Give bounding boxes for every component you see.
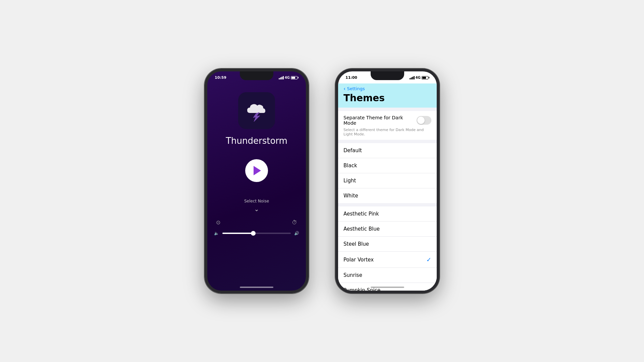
play-icon [254, 166, 261, 175]
theme-name-aesthetic-pink: Aesthetic Pink [343, 211, 379, 217]
theme-name-white: White [343, 193, 358, 199]
themes-header: ‹ Settings Themes [338, 83, 437, 108]
home-indicator-left [240, 287, 273, 288]
list-item[interactable]: Default [338, 143, 437, 158]
volume-slider: 🔈 🔊 [207, 231, 306, 236]
theme-name-aesthetic-blue: Aesthetic Blue [343, 226, 380, 232]
back-label: Settings [347, 86, 365, 91]
app-icon [238, 92, 275, 129]
vol-up-button-right[interactable] [335, 115, 336, 127]
list-item[interactable]: Aesthetic Blue [338, 222, 437, 237]
phone-right: 11:00 4G ‹ Settings Themes [335, 69, 439, 293]
dark-mode-label: Separate Theme for Dark Mode [343, 115, 417, 126]
app-content: Thunderstorm Select Noise ⌄ ⊙ ⏱ 🔈 🔊 [207, 71, 306, 291]
back-button[interactable]: ‹ Settings [343, 85, 431, 92]
time-right: 11:00 [345, 75, 357, 80]
airplay-icon[interactable]: ⊙ [216, 219, 220, 226]
list-item[interactable]: Light [338, 173, 437, 188]
volume-thumb[interactable] [251, 231, 256, 236]
signal-icon [279, 76, 284, 79]
themes-list: Separate Theme for Dark Mode Select a di… [338, 108, 437, 291]
volume-track[interactable] [222, 233, 291, 234]
battery-icon-right [422, 76, 429, 79]
phone-left: 10:59 4G Thunderstorm [205, 69, 309, 293]
status-bar-right: 11:00 4G [338, 75, 437, 80]
section-separator-1 [338, 140, 437, 143]
theme-name-default: Default [343, 147, 362, 154]
status-bar-left: 10:59 4G [207, 75, 306, 80]
theme-name-steel-blue: Steel Blue [343, 241, 369, 247]
settings-themes-screen: ‹ Settings Themes Separate Theme for Dar… [338, 71, 437, 291]
vol-down-button-right[interactable] [335, 131, 336, 143]
dark-mode-row: Separate Theme for Dark Mode [338, 111, 437, 127]
thunderstorm-icon [243, 99, 270, 122]
theme-name-polar-vortex: Polar Vortex [343, 257, 374, 263]
chevron-down-icon[interactable]: ⌄ [254, 205, 259, 213]
list-item[interactable]: Sunrise [338, 268, 437, 283]
time-left: 10:59 [215, 75, 226, 80]
side-controls: ⊙ ⏱ [207, 219, 306, 226]
network-right: 4G [416, 76, 421, 79]
vol-down-button[interactable] [205, 131, 206, 143]
dark-mode-hint: Select a different theme for Dark Mode a… [338, 127, 437, 140]
checkmark-icon: ✓ [426, 256, 431, 263]
theme-group-2: Aesthetic Pink Aesthetic Blue Steel Blue… [338, 206, 437, 291]
timer-icon[interactable]: ⏱ [292, 219, 297, 226]
volume-high-icon: 🔊 [294, 231, 299, 236]
list-item[interactable]: Black [338, 158, 437, 173]
network-left: 4G [285, 76, 290, 79]
play-button[interactable] [245, 159, 268, 182]
app-name-label: Thunderstorm [226, 136, 287, 146]
battery-icon-left [291, 76, 299, 79]
power-button-right[interactable] [438, 123, 439, 142]
list-item[interactable]: Aesthetic Pink [338, 206, 437, 222]
volume-low-icon: 🔈 [214, 231, 219, 236]
page-title: Themes [343, 93, 431, 104]
theme-group-1: Default Black Light White [338, 143, 437, 203]
theme-name-light: Light [343, 178, 356, 184]
theme-name-black: Black [343, 163, 357, 169]
signal-icon-right [410, 76, 415, 79]
volume-fill [222, 233, 253, 234]
list-item[interactable]: White [338, 188, 437, 203]
section-separator-2 [338, 203, 437, 206]
back-chevron-icon: ‹ [343, 85, 345, 92]
list-item[interactable]: Steel Blue [338, 237, 437, 252]
list-item[interactable]: Polar Vortex ✓ [338, 252, 437, 268]
home-indicator-right [371, 287, 404, 288]
dark-mode-toggle[interactable] [417, 116, 431, 125]
section-separator-top [338, 108, 437, 111]
select-noise-label: Select Noise [244, 199, 269, 203]
theme-name-sunrise: Sunrise [343, 272, 362, 278]
power-button[interactable] [308, 123, 309, 142]
vol-up-button[interactable] [205, 115, 206, 127]
